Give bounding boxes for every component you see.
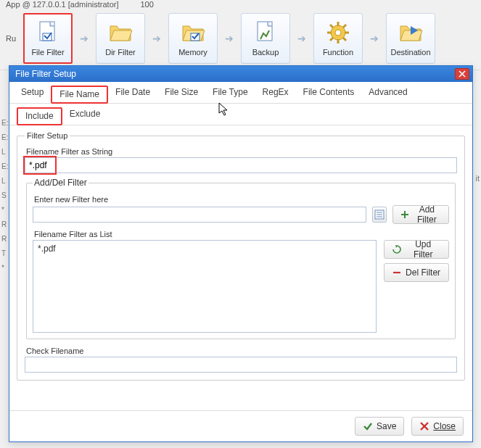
close-icon[interactable]	[455, 68, 469, 80]
ribbon-arrow-icon: ➔	[297, 33, 306, 44]
ribbon-label: Dir Filter	[105, 48, 136, 57]
memory-icon	[180, 20, 206, 45]
save-button[interactable]: Save	[355, 417, 404, 436]
ribbon-bar: Ru File Filter ➔ Dir Filter ➔ Memory ➔ B…	[0, 10, 481, 70]
svg-line-13	[343, 25, 346, 28]
check-icon	[363, 421, 373, 431]
app-title: App @ 127.0.0.1 [administrator]	[6, 0, 118, 10]
svg-point-5	[335, 30, 341, 36]
check-filename-label: Check Filename	[26, 347, 457, 355]
destination-icon	[398, 20, 424, 45]
subtab-exclude[interactable]: Exclude	[62, 107, 108, 125]
ribbon-destination[interactable]: Destination	[386, 13, 435, 64]
upd-filter-button[interactable]: Upd Filter	[384, 240, 449, 259]
plus-icon	[400, 210, 409, 220]
enter-filter-label: Enter new Filter here	[34, 195, 449, 204]
ribbon-label: Destination	[390, 48, 430, 57]
dialog-title: File Filter Setup	[15, 69, 76, 79]
side-text-right: it	[476, 174, 480, 183]
filter-string-label: Filename Filter as String	[26, 147, 457, 156]
svg-line-10	[330, 25, 333, 28]
tab-regex[interactable]: RegEx	[255, 85, 296, 103]
dialog-tabs: Setup File Name File Date File Size File…	[9, 82, 472, 104]
refresh-icon	[392, 244, 401, 254]
app-number: 100	[140, 0, 153, 10]
filter-listbox[interactable]: *.pdf	[33, 240, 377, 333]
ribbon-arrow-icon: ➔	[370, 33, 379, 44]
dialog-subtabs: Include Exclude	[9, 104, 472, 125]
minus-icon	[392, 267, 402, 278]
cursor-icon	[218, 102, 230, 119]
app-header: App @ 127.0.0.1 [administrator] 100	[0, 0, 481, 10]
file-filter-dialog: File Filter Setup Setup File Name File D…	[9, 65, 473, 442]
filter-string-input[interactable]	[25, 157, 457, 173]
tab-file-name[interactable]: File Name	[51, 86, 108, 104]
add-filter-button[interactable]: Add Filter	[392, 205, 449, 224]
close-button[interactable]: Close	[411, 417, 464, 436]
x-icon	[419, 421, 429, 431]
tab-file-size[interactable]: File Size	[157, 85, 205, 103]
tab-setup[interactable]: Setup	[14, 85, 51, 103]
ribbon-label: Memory	[178, 48, 207, 57]
ribbon-arrow-icon: ➔	[225, 33, 234, 44]
tab-file-contents[interactable]: File Contents	[296, 85, 362, 103]
backup-icon	[252, 20, 279, 45]
check-filename-input[interactable]	[25, 357, 457, 373]
ribbon-label: File Filter	[31, 48, 64, 57]
ribbon-file-filter[interactable]: File Filter	[23, 13, 73, 64]
list-item[interactable]: *.pdf	[38, 244, 371, 254]
ribbon-label: Function	[323, 48, 353, 57]
ribbon-memory[interactable]: Memory	[168, 13, 218, 64]
adddel-legend: Add/Del Filter	[33, 178, 89, 188]
filter-setup-legend: Filter Setup	[25, 131, 70, 140]
run-label: Ru	[6, 34, 16, 43]
del-filter-button[interactable]: Del Filter	[384, 263, 449, 282]
side-text-column: E:E:LE:LS*RRT*	[1, 116, 9, 275]
browse-button[interactable]	[372, 207, 387, 223]
tab-file-date[interactable]: File Date	[108, 85, 157, 103]
dialog-titlebar[interactable]: File Filter Setup	[9, 66, 472, 82]
tab-file-type[interactable]: File Type	[205, 85, 255, 103]
gear-icon	[325, 20, 351, 45]
ribbon-dir-filter[interactable]: Dir Filter	[96, 13, 145, 64]
ribbon-backup[interactable]: Backup	[241, 13, 290, 64]
ribbon-label: Backup	[252, 48, 279, 57]
enter-filter-input[interactable]	[33, 207, 366, 223]
ribbon-arrow-icon: ➔	[80, 33, 89, 44]
ribbon-arrow-icon: ➔	[152, 33, 161, 44]
tab-advanced[interactable]: Advanced	[361, 85, 414, 103]
ribbon-function[interactable]: Function	[313, 13, 363, 64]
folder-icon	[107, 20, 133, 45]
list-label: Filename Filter as List	[34, 230, 449, 238]
dialog-footer: Save Close	[9, 410, 472, 441]
file-filter-icon	[35, 20, 61, 45]
filter-setup-fieldset: Filter Setup Filename Filter as String A…	[17, 131, 465, 381]
svg-line-12	[330, 38, 333, 41]
svg-line-11	[343, 38, 346, 41]
adddel-fieldset: Add/Del Filter Enter new Filter here Add…	[26, 178, 456, 339]
subtab-include[interactable]: Include	[17, 107, 62, 125]
list-icon	[374, 210, 385, 220]
